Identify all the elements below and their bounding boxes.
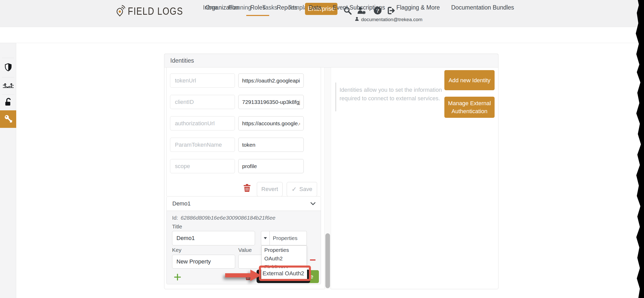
fieldlogs-pin-icon	[116, 5, 125, 18]
manage-external-authentication-button[interactable]: Manage External Authentication	[444, 97, 495, 118]
dropdown-option-external-oauth2-highlighted[interactable]: External OAuth2	[261, 268, 307, 279]
delete-identity-icon[interactable]	[243, 184, 251, 193]
identity-id-value: 62886d809b16e6e3009086184b21f6ee	[181, 215, 275, 221]
sidebar-divider	[2, 58, 14, 58]
title-label: Title	[172, 224, 182, 230]
tab-reports[interactable]: Reports	[273, 0, 301, 16]
save-button[interactable]: ✓ Save	[287, 182, 317, 196]
info-line-2: required to connect to external services…	[340, 94, 450, 103]
save-button-label: Save	[299, 186, 312, 193]
field-label-clientID	[170, 95, 235, 109]
identities-panel-header: Identities	[164, 54, 498, 68]
field-input-authorizationUrl[interactable]	[238, 116, 304, 130]
remove-property-button[interactable]	[310, 259, 316, 261]
user-email-row[interactable]: documentation@trekea.com	[354, 16, 422, 23]
field-input-tokenUrl[interactable]	[238, 73, 304, 88]
dropdown-option-oauth2[interactable]: OAuth2	[262, 254, 307, 263]
field-label-authorizationUrl	[170, 116, 235, 130]
field-input-ParamTokenName[interactable]	[238, 138, 304, 152]
chevron-down-icon[interactable]	[310, 200, 316, 207]
shield-icon	[5, 63, 12, 72]
sidebar-divider	[2, 77, 14, 77]
tab-event-subscriptions[interactable]: Event Subscriptions	[329, 0, 389, 16]
bridge-icon	[3, 82, 14, 90]
secondary-nav-tabs: Organization Roles Reports Data Event Su…	[201, 0, 518, 16]
tab-documentation-bundles[interactable]: Documentation Bundles	[447, 0, 518, 16]
field-label-tokenUrl	[170, 73, 235, 88]
value-label: Value	[238, 247, 252, 253]
field-label-ParamTokenName	[170, 138, 235, 152]
add-property-icon[interactable]	[174, 274, 181, 282]
annotation-arrow-icon	[225, 269, 261, 283]
revert-button[interactable]: Revert	[257, 182, 283, 196]
tab-flagging-more[interactable]: Flagging & More	[393, 0, 444, 16]
properties-dropdown[interactable]: Properties	[261, 231, 307, 245]
identity-id-line: Id:62886d809b16e6e3009086184b21f6ee	[172, 215, 275, 221]
panel-scrollbar-thumb[interactable]	[325, 233, 330, 288]
sidebar-divider	[2, 94, 14, 95]
tab-roles[interactable]: Roles	[246, 0, 269, 16]
identities-info-text: Identities allow you to set the informat…	[340, 86, 450, 103]
user-email: documentation@trekea.com	[361, 17, 422, 22]
property-key-input[interactable]	[172, 255, 235, 269]
user-avatar-icon	[354, 16, 359, 23]
info-quote-bar	[335, 82, 336, 111]
unlock-icon	[4, 98, 12, 107]
title-input[interactable]	[172, 231, 255, 245]
torn-edge-decoration	[634, 0, 644, 298]
field-input-scope[interactable]	[238, 159, 304, 173]
check-icon: ✓	[292, 186, 297, 193]
field-label-scope	[170, 159, 235, 173]
identity-accordion-title: Demo1	[172, 200, 191, 207]
sidebar-item-bridge[interactable]	[0, 79, 16, 94]
caret-down-icon	[264, 237, 267, 239]
app-logo-text: FIELD LOGS	[128, 5, 183, 17]
identities-panel-title: Identities	[170, 57, 194, 64]
dropdown-caret-button[interactable]	[261, 231, 270, 245]
key-label: Key	[172, 247, 181, 253]
add-new-identity-button[interactable]: Add new Identity	[444, 70, 495, 90]
sidebar-item-identities-key[interactable]	[0, 110, 16, 128]
identity-id-label: Id:	[172, 215, 178, 221]
identity-accordion-header[interactable]: Demo1	[166, 196, 321, 211]
dropdown-selected-value: Properties	[270, 235, 298, 241]
field-input-clientID[interactable]	[238, 95, 304, 109]
app-logo[interactable]: FIELD LOGS	[116, 4, 194, 19]
dropdown-option-properties[interactable]: Properties	[262, 246, 307, 254]
tab-organization[interactable]: Organization	[201, 0, 243, 16]
secondary-nav	[0, 27, 644, 43]
sidebar-item-unlock[interactable]	[0, 96, 16, 109]
info-line-1: Identities allow you to set the informat…	[340, 86, 450, 94]
tab-data[interactable]: Data	[305, 0, 325, 16]
key-icon	[4, 114, 13, 124]
sidebar-item-shield[interactable]	[0, 59, 16, 76]
